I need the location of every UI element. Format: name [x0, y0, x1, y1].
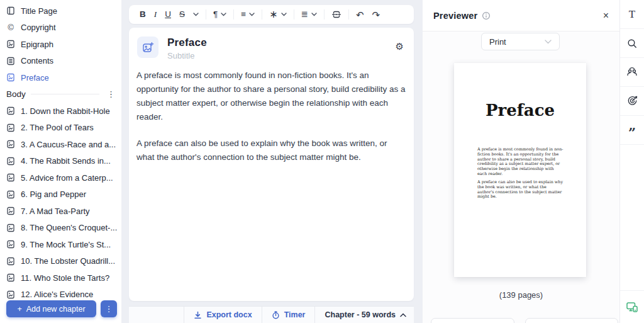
chevron-down-icon — [311, 13, 317, 16]
paragraph-icon: ¶ — [213, 10, 218, 19]
sidebar-item-contents[interactable]: Contents — [0, 53, 121, 70]
timer-icon — [272, 311, 280, 319]
line-spacing-icon: ≣ — [301, 10, 308, 19]
sidebar-item-chapter-7[interactable]: 7. A Mad Tea-Party — [0, 203, 121, 220]
document-icon — [6, 207, 15, 215]
bold-button[interactable]: B — [140, 10, 146, 19]
document-icon — [6, 273, 15, 282]
redo-button[interactable]: ↷ — [372, 10, 380, 20]
chapter-body-editor[interactable]: A preface is most commonly found in non-… — [129, 60, 414, 164]
sidebar-item-chapter-6[interactable]: 6. Pig and Pepper — [0, 186, 121, 203]
page-break-icon — [331, 9, 341, 20]
scene-break-icon: ∗ — [269, 9, 277, 20]
goals-tool-button[interactable] — [620, 87, 644, 116]
align-left-icon: ≡ — [241, 10, 246, 19]
people-icon — [626, 67, 638, 77]
italic-button[interactable]: I — [154, 10, 157, 19]
sidebar-item-preface[interactable]: Preface — [0, 69, 121, 86]
editor-panel: B I U S ¶ ≡ ∗ ≣ ↶ ↷ — [129, 0, 414, 323]
body-section-header: Body ⋮ — [0, 86, 121, 103]
strikethrough-button[interactable]: S — [179, 10, 185, 19]
sidebar-item-label: 9. The Mock Turtle's St... — [21, 240, 111, 249]
sidebar-item-chapter-9[interactable]: 9. The Mock Turtle's St... — [0, 236, 121, 253]
add-new-chapter-button[interactable]: + Add new chapter — [6, 300, 96, 317]
sidebar-item-label: 1. Down the Rabbit-Hole — [21, 106, 110, 116]
info-icon[interactable] — [482, 11, 491, 20]
sidebar-item-label: 5. Advice from a Caterp... — [21, 173, 113, 183]
sidebar-item-chapter-10[interactable]: 10. The Lobster Quadrill... — [0, 253, 121, 270]
sidebar-item-label: 12. Alice's Evidence — [21, 290, 93, 299]
sidebar-item-label: 8. The Queen's Croquet-... — [21, 223, 117, 232]
scene-break-dropdown[interactable]: ∗ — [269, 9, 286, 20]
document-icon — [6, 190, 15, 199]
search-tool-button[interactable] — [620, 29, 644, 58]
previewer-nav-button-left[interactable] — [431, 318, 514, 323]
timer-label: Timer — [284, 310, 306, 319]
sidebar-item-label: 2. The Pool of Tears — [21, 123, 94, 132]
sidebar-item-title-page[interactable]: Title Page — [0, 3, 121, 20]
chapter-list: Title Page © Copyright Epigraph Contents… — [0, 3, 121, 303]
sidebar-item-label: Contents — [21, 56, 53, 65]
preview-format-select[interactable]: Print — [481, 33, 560, 50]
text-style-dropdown[interactable] — [193, 13, 199, 16]
sidebar-item-chapter-2[interactable]: 2. The Pool of Tears — [0, 120, 121, 137]
chevron-down-icon — [193, 13, 199, 16]
previewer-panel: Previewer × Print Preface A preface is m… — [423, 0, 619, 323]
collaboration-tool-button[interactable] — [620, 58, 644, 87]
add-image-icon — [142, 42, 154, 54]
sidebar-item-label: Title Page — [21, 6, 57, 16]
sidebar-item-label: 11. Who Stole the Tarts? — [21, 273, 109, 283]
chevron-down-icon — [545, 40, 552, 44]
word-count-label: Chapter - 59 words — [325, 310, 396, 319]
search-icon — [627, 38, 637, 48]
quotes-icon: ” — [628, 124, 636, 137]
add-chapter-image-button[interactable] — [137, 37, 158, 58]
page-count-label: (139 pages) — [423, 290, 619, 300]
document-icon — [6, 140, 15, 149]
timer-button[interactable]: Timer — [262, 307, 315, 323]
paragraph: A preface can also be used to explain wh… — [136, 137, 406, 164]
chapter-title-input[interactable]: Preface — [167, 37, 207, 49]
sidebar-item-chapter-11[interactable]: 11. Who Stole the Tarts? — [0, 269, 121, 286]
chevron-down-icon — [249, 13, 255, 16]
sidebar-item-chapter-3[interactable]: 3. A Caucus-Race and a... — [0, 136, 121, 153]
quotes-tool-button[interactable]: ” — [620, 116, 644, 145]
underline-button[interactable]: U — [165, 10, 171, 19]
chapter-editor-card: Preface Subtitle ⚙ A preface is most com… — [129, 28, 414, 301]
undo-button[interactable]: ↶ — [356, 10, 364, 20]
sidebar-item-copyright[interactable]: © Copyright — [0, 20, 121, 37]
subtitle-input[interactable]: Subtitle — [167, 51, 207, 60]
device-preview-button[interactable] — [620, 290, 644, 323]
document-icon — [6, 157, 15, 166]
word-count-toggle[interactable]: Chapter - 59 words — [314, 307, 414, 323]
add-chapter-menu-button[interactable]: ⋮ — [101, 300, 117, 317]
preview-paragraph: A preface is most commonly found in non-… — [477, 147, 564, 177]
sidebar-item-label: 10. The Lobster Quadrill... — [21, 256, 115, 266]
body-section-menu-icon[interactable]: ⋮ — [104, 89, 118, 99]
formatting-toolbar: B I U S ¶ ≡ ∗ ≣ ↶ ↷ — [129, 5, 414, 24]
close-icon[interactable]: × — [603, 11, 609, 21]
sidebar-item-epigraph[interactable]: Epigraph — [0, 36, 121, 53]
export-docx-button[interactable]: Export docx — [184, 307, 261, 323]
page-break-button[interactable] — [331, 9, 341, 20]
sidebar-item-chapter-1[interactable]: 1. Down the Rabbit-Hole — [0, 103, 121, 120]
alignment-dropdown[interactable]: ≡ — [241, 10, 255, 19]
typography-tool-button[interactable]: T — [620, 0, 644, 29]
paragraph-style-dropdown[interactable]: ¶ — [213, 10, 226, 19]
sidebar-item-label: Preface — [21, 73, 49, 82]
plus-icon: + — [17, 305, 21, 314]
chevron-down-icon — [221, 13, 226, 16]
sidebar-item-label: 3. A Caucus-Race and a... — [21, 140, 116, 149]
document-icon — [6, 173, 15, 182]
previewer-nav-button-right[interactable] — [525, 318, 618, 323]
line-spacing-dropdown[interactable]: ≣ — [301, 10, 317, 19]
sidebar-item-label: 7. A Mad Tea-Party — [21, 207, 90, 216]
sidebar-item-chapter-8[interactable]: 8. The Queen's Croquet-... — [0, 220, 121, 237]
chapter-settings-gear-icon[interactable]: ⚙ — [396, 42, 404, 51]
preview-format-value: Print — [489, 37, 506, 47]
chevron-up-icon — [400, 313, 406, 317]
epigraph-icon — [6, 40, 15, 48]
goal-target-icon — [627, 96, 638, 106]
sidebar-item-chapter-4[interactable]: 4. The Rabbit Sends in... — [0, 153, 121, 170]
sidebar-item-chapter-5[interactable]: 5. Advice from a Caterp... — [0, 169, 121, 186]
